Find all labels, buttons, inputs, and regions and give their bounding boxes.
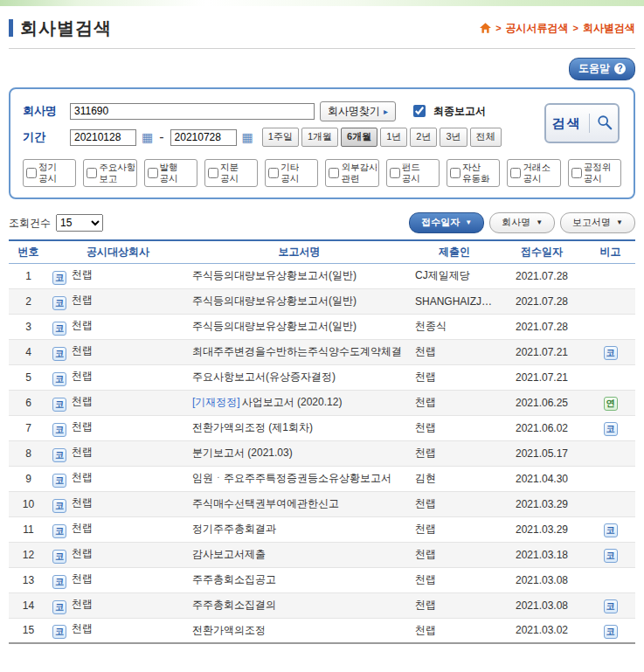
category-filter-지분[interactable]: 지분공시 xyxy=(204,159,258,187)
period-button-전체[interactable]: 전체 xyxy=(470,128,502,147)
company-link[interactable]: 천랩 xyxy=(72,598,93,610)
report-link[interactable]: 주식등의대량보유상황보고서(일반) xyxy=(192,320,357,332)
company-cell: 코천랩 xyxy=(48,339,188,364)
company-link[interactable]: 천랩 xyxy=(72,268,93,281)
category-checkbox[interactable] xyxy=(26,168,37,178)
search-button[interactable]: 검색 xyxy=(544,103,620,143)
report-link[interactable]: 주식등의대량보유상황보고서(일반) xyxy=(192,294,357,307)
category-filter-펀드[interactable]: 펀드공시 xyxy=(386,159,440,187)
report-link[interactable]: 사업보고서 (2020.12) xyxy=(242,396,343,408)
submitter-cell: CJ제일제당 xyxy=(411,263,498,288)
find-company-button[interactable]: 회사명찾기 ▸ xyxy=(320,101,396,121)
company-link[interactable]: 천랩 xyxy=(72,622,93,634)
remark-badge-icon[interactable]: 코 xyxy=(604,523,618,537)
report-link[interactable]: 감사보고서제출 xyxy=(192,548,266,560)
remark-badge-icon[interactable]: 코 xyxy=(604,599,618,613)
help-row: 도움말 ? xyxy=(9,58,635,80)
category-checkbox[interactable] xyxy=(450,168,460,178)
remark-badge-icon[interactable]: 코 xyxy=(604,346,618,360)
report-link[interactable]: 정기주주총회결과 xyxy=(192,523,276,535)
category-filter-거래소[interactable]: 거래소공시 xyxy=(507,159,560,187)
submitter-cell: 천랩 xyxy=(411,339,498,364)
period-button-1주일[interactable]: 1주일 xyxy=(262,128,299,147)
category-checkbox[interactable] xyxy=(390,168,400,178)
report-link[interactable]: 주식매수선택권부여에관한신고 xyxy=(192,497,339,509)
date-from-input[interactable] xyxy=(70,129,136,146)
company-link[interactable]: 천랩 xyxy=(72,547,93,559)
home-icon[interactable] xyxy=(480,23,491,33)
period-button-2년[interactable]: 2년 xyxy=(410,128,437,147)
company-link[interactable]: 천랩 xyxy=(72,319,93,331)
report-link[interactable]: 주주총회소집공고 xyxy=(192,573,276,585)
category-label: 기타공시 xyxy=(280,162,299,184)
company-link[interactable]: 천랩 xyxy=(72,446,93,458)
category-filter-정기[interactable]: 정기공시 xyxy=(23,159,76,187)
category-checkbox[interactable] xyxy=(268,168,279,178)
count-select[interactable]: 15 xyxy=(56,214,103,232)
report-link[interactable]: 전환가액의조정 xyxy=(192,624,266,636)
title-row: 회사별검색 > 공시서류검색 > 회사별검색 xyxy=(9,15,635,41)
report-link[interactable]: 주식등의대량보유상황보고서(일반) xyxy=(192,269,357,281)
breadcrumb-item-search[interactable]: 공시서류검색 xyxy=(506,21,569,36)
period-button-1년[interactable]: 1년 xyxy=(380,128,407,147)
calendar-icon[interactable]: ▦ xyxy=(242,131,253,143)
period-button-6개월[interactable]: 6개월 xyxy=(341,128,377,147)
calendar-icon[interactable]: ▦ xyxy=(142,131,153,143)
date-range-separator: - xyxy=(159,129,163,145)
table-row: 11코천랩정기주주총회결과천랩2021.03.29코 xyxy=(9,516,635,542)
category-checkbox[interactable] xyxy=(510,168,521,178)
final-report-checkbox[interactable] xyxy=(413,105,426,117)
company-link[interactable]: 천랩 xyxy=(72,344,93,357)
category-label-line1: 공정위 xyxy=(584,162,612,173)
report-link[interactable]: 주요사항보고서(유상증자결정) xyxy=(192,371,336,383)
correction-tag[interactable]: [기재정정] xyxy=(192,396,240,408)
category-filter-외부감사[interactable]: 외부감사관련 xyxy=(325,159,378,187)
company-link[interactable]: 천랩 xyxy=(72,522,93,534)
row-number-cell: 12 xyxy=(9,542,48,567)
remark-badge-icon[interactable]: 코 xyxy=(604,422,618,436)
category-filter-기타[interactable]: 기타공시 xyxy=(265,159,318,187)
category-label-line2: 공시 xyxy=(220,173,239,184)
company-link[interactable]: 천랩 xyxy=(72,496,93,509)
period-button-1개월[interactable]: 1개월 xyxy=(301,128,338,147)
category-checkbox[interactable] xyxy=(148,168,158,178)
report-link[interactable]: 주주총회소집결의 xyxy=(192,599,276,611)
category-filter-발행[interactable]: 발행공시 xyxy=(144,159,197,187)
remark-badge-icon[interactable]: 코 xyxy=(604,549,618,563)
report-link[interactable]: 임원ㆍ주요주주특정증권등소유상황보고서 xyxy=(192,472,391,484)
report-link[interactable]: 최대주주변경을수반하는주식양수도계약체결 xyxy=(192,345,402,357)
breadcrumb-item-current[interactable]: 회사별검색 xyxy=(583,21,635,36)
company-link[interactable]: 천랩 xyxy=(72,294,93,306)
help-button[interactable]: 도움말 ? xyxy=(569,58,635,80)
sort-button-보고서명[interactable]: 보고서명▼ xyxy=(560,212,635,233)
company-link[interactable]: 천랩 xyxy=(72,471,93,483)
category-checkbox[interactable] xyxy=(329,168,339,178)
market-badge-icon: 코 xyxy=(52,575,66,589)
company-cell: 코천랩 xyxy=(48,314,188,339)
period-button-3년[interactable]: 3년 xyxy=(440,128,467,147)
category-checkbox[interactable] xyxy=(208,168,218,178)
company-link[interactable]: 천랩 xyxy=(72,572,93,585)
sort-button-접수일자[interactable]: 접수일자▼ xyxy=(409,212,484,233)
company-link[interactable]: 천랩 xyxy=(72,420,93,433)
category-checkbox[interactable] xyxy=(571,168,582,178)
company-link[interactable]: 천랩 xyxy=(72,370,93,382)
remark-badge-icon[interactable]: 연 xyxy=(604,397,618,411)
category-filter-주요사항[interactable]: 주요사항보고 xyxy=(83,159,136,187)
category-checkbox[interactable] xyxy=(87,168,97,178)
receipt-date-cell: 2021.04.30 xyxy=(498,466,585,491)
search-panel: 회사명 회사명찾기 ▸ 최종보고서 기간 ▦ - ▦ 1주일1개월6개월1년2년… xyxy=(9,87,635,199)
date-to-input[interactable] xyxy=(170,129,237,146)
company-link[interactable]: 천랩 xyxy=(72,395,93,407)
category-label-line2: 공시 xyxy=(160,173,178,184)
sort-button-회사명[interactable]: 회사명▼ xyxy=(489,212,555,233)
report-link[interactable]: 전환가액의조정 (제1회차) xyxy=(192,421,313,433)
report-link[interactable]: 분기보고서 (2021.03) xyxy=(192,447,293,459)
table-row: 3코천랩주식등의대량보유상황보고서(일반)천종식2021.07.28 xyxy=(9,314,635,339)
remark-cell xyxy=(585,364,635,390)
category-filter-자산[interactable]: 자산유동화 xyxy=(447,159,500,187)
remark-badge-icon[interactable]: 코 xyxy=(604,625,618,639)
category-filter-공정위[interactable]: 공정위공시 xyxy=(568,159,621,187)
report-cell: 임원ㆍ주요주주특정증권등소유상황보고서 xyxy=(188,466,411,491)
company-input[interactable] xyxy=(70,103,315,120)
